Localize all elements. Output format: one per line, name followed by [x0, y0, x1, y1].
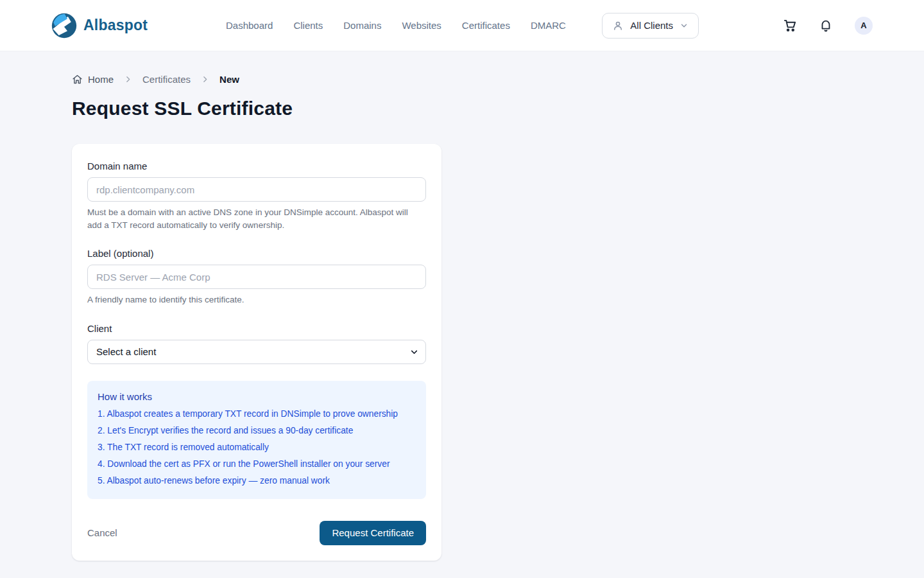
domain-input[interactable] — [87, 177, 426, 202]
bell-icon — [819, 19, 833, 33]
how-it-works-step: 4. Download the cert as PFX or run the P… — [98, 458, 416, 471]
cart-button[interactable] — [782, 18, 797, 33]
request-certificate-button[interactable]: Request Certificate — [320, 521, 426, 545]
brand-name: Albaspot — [83, 17, 148, 34]
app-header: Albaspot Dashboard Clients Domains Websi… — [0, 0, 924, 51]
cart-icon — [782, 18, 797, 33]
label-help-text: A friendly name to identify this certifi… — [87, 293, 421, 306]
how-it-works-step: 1. Albaspot creates a temporary TXT reco… — [98, 408, 416, 421]
nav-item-domains[interactable]: Domains — [343, 20, 381, 31]
how-it-works-title: How it works — [98, 391, 416, 402]
nav-item-certificates[interactable]: Certificates — [462, 20, 510, 31]
how-it-works-step: 3. The TXT record is removed automatical… — [98, 441, 416, 454]
client-select[interactable]: Select a client — [87, 340, 426, 364]
chevron-down-icon — [680, 21, 689, 30]
nav-item-dmarc[interactable]: DMARC — [531, 20, 566, 31]
chevron-right-icon — [198, 75, 212, 83]
user-icon — [612, 20, 624, 31]
nav-item-websites[interactable]: Websites — [402, 20, 441, 31]
client-switcher-dropdown[interactable]: All Clients — [602, 13, 699, 39]
breadcrumb-certificates[interactable]: Certificates — [142, 74, 191, 85]
breadcrumb-current: New — [219, 74, 239, 85]
breadcrumb-home-label: Home — [88, 74, 114, 85]
client-field-group: Client Select a client — [87, 323, 426, 364]
nav-item-clients[interactable]: Clients — [293, 20, 323, 31]
domain-help-text: Must be a domain with an active DNS zone… — [87, 206, 421, 231]
client-switcher-label: All Clients — [630, 20, 673, 31]
domain-field-group: Domain name Must be a domain with an act… — [87, 161, 426, 231]
header-icon-group: A — [782, 17, 873, 35]
breadcrumb-home[interactable]: Home — [72, 74, 114, 85]
cancel-button[interactable]: Cancel — [87, 527, 117, 538]
domain-label: Domain name — [87, 161, 426, 171]
breadcrumb: Home Certificates New — [72, 74, 852, 85]
label-field-label: Label (optional) — [87, 248, 426, 259]
nav-item-dashboard[interactable]: Dashboard — [226, 20, 273, 31]
chevron-right-icon — [121, 75, 135, 83]
client-label: Client — [87, 323, 426, 334]
albaspot-logo-icon — [51, 13, 77, 39]
how-it-works-step: 5. Albaspot auto-renews before expiry — … — [98, 475, 416, 487]
home-icon — [72, 74, 83, 85]
label-field-group: Label (optional) A friendly name to iden… — [87, 248, 426, 306]
page-title: Request SSL Certificate — [72, 98, 852, 119]
user-avatar[interactable]: A — [855, 17, 873, 35]
how-it-works-box: How it works 1. Albaspot creates a tempo… — [87, 381, 426, 499]
certificate-request-form-card: Domain name Must be a domain with an act… — [72, 144, 441, 561]
how-it-works-step: 2. Let's Encrypt verifies the record and… — [98, 425, 416, 437]
label-input[interactable] — [87, 265, 426, 289]
main-content: Home Certificates New Request SSL Certif… — [72, 51, 852, 561]
brand-logo[interactable]: Albaspot — [51, 13, 148, 39]
form-footer: Cancel Request Certificate — [87, 521, 426, 545]
main-nav: Dashboard Clients Domains Websites Certi… — [226, 20, 566, 31]
notifications-button[interactable] — [819, 19, 833, 33]
